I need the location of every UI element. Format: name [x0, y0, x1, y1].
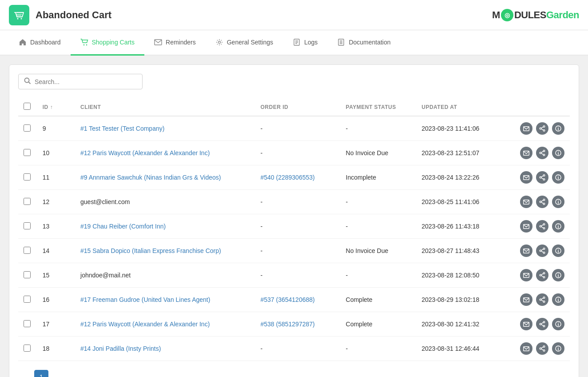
- row-checkbox[interactable]: [24, 247, 31, 254]
- table-row: 16#17 Freeman Gudroe (United Van Lines A…: [18, 288, 570, 312]
- info-button[interactable]: [552, 293, 564, 306]
- client-link[interactable]: #14 Joni Padilla (Insty Prints): [80, 345, 161, 352]
- share-button[interactable]: [536, 147, 548, 159]
- cell-id: 11: [37, 165, 75, 190]
- page-title: Abandoned Cart: [36, 9, 111, 21]
- nav-item-shopping-carts[interactable]: Shopping Carts: [71, 30, 145, 56]
- col-header-id[interactable]: ID ↑: [37, 98, 75, 116]
- info-button[interactable]: [552, 342, 564, 355]
- cell-client: #12 Paris Waycott (Alexander & Alexander…: [75, 141, 255, 165]
- send-email-button[interactable]: [520, 171, 532, 184]
- cell-updated-at: 2023-08-31 12:46:44: [416, 337, 511, 361]
- send-email-button[interactable]: [520, 318, 532, 330]
- cell-id: 10: [37, 141, 75, 165]
- client-link[interactable]: #19 Chau Reiber (Comfort Inn): [80, 223, 166, 230]
- share-button[interactable]: [536, 122, 548, 135]
- share-button[interactable]: [536, 318, 548, 330]
- client-link[interactable]: #1 Test Tester (Test Company): [80, 125, 164, 132]
- send-email-button[interactable]: [520, 122, 532, 135]
- share-button[interactable]: [536, 196, 548, 208]
- cell-id: 16: [37, 288, 75, 312]
- svg-point-65: [543, 346, 545, 348]
- doc-icon: [337, 38, 345, 46]
- send-email-button[interactable]: [520, 269, 532, 281]
- action-icons: [516, 122, 564, 135]
- svg-point-27: [558, 176, 559, 176]
- row-checkbox[interactable]: [24, 271, 31, 278]
- share-button[interactable]: [536, 269, 548, 281]
- svg-point-29: [543, 199, 545, 201]
- order-link[interactable]: #537 (3654120688): [260, 296, 314, 303]
- share-button[interactable]: [536, 171, 548, 184]
- svg-point-31: [543, 203, 545, 205]
- nav-item-documentation[interactable]: Documentation: [327, 30, 400, 56]
- cell-payment-status: -: [341, 337, 417, 361]
- cell-order-id: -: [255, 190, 340, 214]
- info-button[interactable]: [552, 196, 564, 208]
- send-email-button[interactable]: [520, 147, 532, 159]
- pagination: ‹ 12356 › 1025∞: [18, 370, 570, 377]
- cell-actions: [511, 239, 570, 263]
- col-header-updated-at: UPDATED AT: [416, 98, 511, 116]
- row-checkbox[interactable]: [24, 173, 31, 180]
- nav-item-general-settings[interactable]: General Settings: [206, 30, 283, 56]
- cell-id: 15: [37, 263, 75, 288]
- cell-actions: [511, 263, 570, 288]
- client-link[interactable]: #17 Freeman Gudroe (United Van Lines Age…: [80, 296, 210, 303]
- client-link[interactable]: #9 Annmarie Sawchuk (Ninas Indian Grs & …: [80, 174, 221, 181]
- info-button[interactable]: [552, 245, 564, 257]
- info-button[interactable]: [552, 122, 564, 135]
- action-icons: [516, 342, 564, 355]
- cell-updated-at: 2023-08-23 11:41:06: [416, 116, 511, 141]
- info-button[interactable]: [552, 147, 564, 159]
- cell-client: #1 Test Tester (Test Company): [75, 116, 255, 141]
- send-email-button[interactable]: [520, 220, 532, 233]
- info-button[interactable]: [552, 269, 564, 281]
- info-button[interactable]: [552, 318, 564, 330]
- table-row: 18#14 Joni Padilla (Insty Prints)--2023-…: [18, 337, 570, 361]
- share-button[interactable]: [536, 342, 548, 355]
- order-link[interactable]: #540 (2289306553): [260, 174, 314, 181]
- svg-point-43: [543, 252, 545, 254]
- cell-actions: [511, 165, 570, 190]
- col-header-actions: [511, 98, 570, 116]
- send-email-button[interactable]: [520, 196, 532, 208]
- home-icon: [19, 38, 27, 46]
- col-header-client: CLIENT: [75, 98, 255, 116]
- share-button[interactable]: [536, 293, 548, 306]
- nav-label-dashboard: Dashboard: [30, 39, 61, 46]
- row-checkbox[interactable]: [24, 296, 31, 303]
- order-link[interactable]: #538 (5851297287): [260, 321, 314, 328]
- send-email-button[interactable]: [520, 342, 532, 355]
- row-checkbox[interactable]: [24, 124, 31, 132]
- main-content: ID ↑ CLIENT ORDER ID PAYMENT STATUS U: [0, 56, 588, 377]
- client-link[interactable]: #12 Paris Waycott (Alexander & Alexander…: [80, 321, 210, 328]
- row-checkbox[interactable]: [24, 149, 31, 156]
- info-button[interactable]: [552, 220, 564, 233]
- select-all-checkbox[interactable]: [24, 103, 31, 110]
- client-link[interactable]: #12 Paris Waycott (Alexander & Alexander…: [80, 149, 210, 156]
- send-email-button[interactable]: [520, 293, 532, 306]
- logs-icon: [293, 38, 301, 46]
- row-checkbox[interactable]: [24, 222, 31, 229]
- cell-actions: [511, 288, 570, 312]
- send-email-button[interactable]: [520, 245, 532, 257]
- row-checkbox[interactable]: [24, 345, 31, 352]
- page-number-button[interactable]: 1: [34, 370, 48, 377]
- search-input[interactable]: [35, 78, 137, 85]
- data-table: ID ↑ CLIENT ORDER ID PAYMENT STATUS U: [18, 98, 570, 361]
- share-button[interactable]: [536, 220, 548, 233]
- cell-order-id: #540 (2289306553): [255, 165, 340, 190]
- row-checkbox[interactable]: [24, 198, 31, 205]
- nav-label-reminders: Reminders: [166, 39, 196, 46]
- nav-item-logs[interactable]: Logs: [283, 30, 327, 56]
- cell-payment-status: -: [341, 190, 417, 214]
- client-link[interactable]: #15 Sabra Dopico (Italian Express Franch…: [80, 247, 221, 254]
- row-checkbox[interactable]: [24, 320, 31, 327]
- share-button[interactable]: [536, 245, 548, 257]
- nav-item-dashboard[interactable]: Dashboard: [9, 30, 71, 56]
- svg-point-21: [558, 151, 559, 152]
- info-button[interactable]: [552, 171, 564, 184]
- brand-logo: M ◎ DULES Garden: [492, 9, 579, 21]
- nav-item-reminders[interactable]: Reminders: [144, 30, 206, 56]
